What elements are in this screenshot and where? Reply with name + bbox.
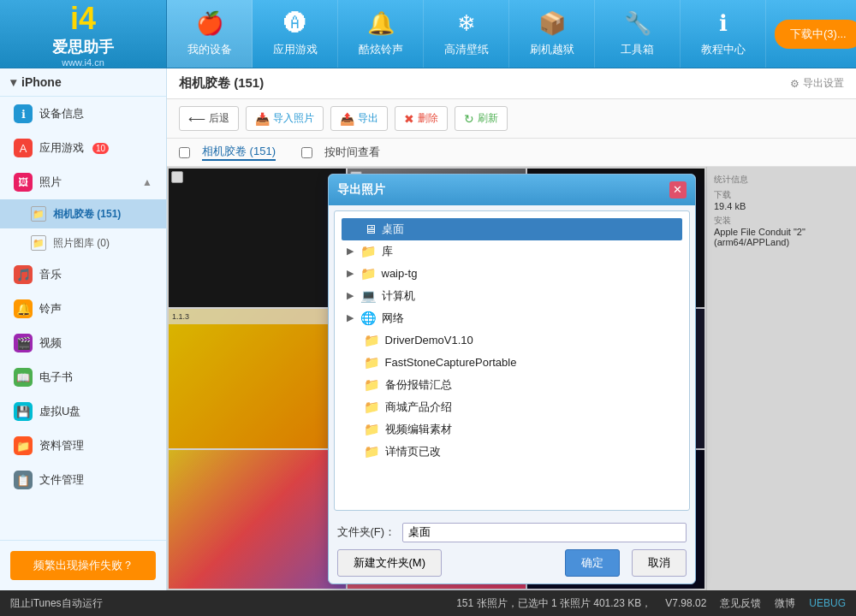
download-button[interactable]: 下载中(3)... [775, 20, 856, 49]
toolbar: ⟵ 后退 📥 导入照片 📤 导出 ✖ 删除 ↻ 刷新 ⚙ 导出设置 [167, 99, 856, 139]
folder-item-waip-tg[interactable]: ▶📁waip-tg [342, 263, 682, 285]
sidebar-label-device-info: 设备信息 [39, 106, 84, 121]
tabs-bar: 相机胶卷 (151) 按时间查看 [167, 139, 856, 167]
ebooks-icon: 📖 [14, 368, 33, 387]
ku-folder-label: 库 [382, 244, 393, 259]
tools-nav-label: 工具箱 [621, 42, 654, 57]
shangcheng-folder-icon: 📁 [364, 400, 380, 415]
folder-item-network[interactable]: ▶🌐网络 [342, 307, 682, 329]
apps-nav-icon: 🅐 [284, 10, 306, 37]
sidebar-label-camera-roll: 相机胶卷 (151) [53, 207, 121, 222]
statusbar-weibo[interactable]: 微博 [775, 596, 795, 611]
folder-item-FastStone[interactable]: 📁FastStoneCapturePortable [342, 352, 682, 374]
dialog-body: 🖥桌面▶📁库▶📁waip-tg▶💻计算机▶🌐网络📁DriverDemoV1.10… [334, 210, 690, 511]
back-button[interactable]: ⟵ 后退 [179, 106, 239, 131]
apps-badge: 10 [92, 143, 109, 154]
main-layout: ▾ iPhone ℹ 设备信息 A 应用游戏 10 🖼 照片 ▲ 📁 相机胶卷 … [0, 68, 856, 590]
folder-item-video-material[interactable]: 📁视频编辑素材 [342, 418, 682, 441]
statusbar-info: 151 张照片，已选中 1 张照片 401.23 KB， [456, 596, 651, 611]
statusbar-left: 阻止iTunes自动运行 [10, 596, 443, 611]
import-icon: 📥 [255, 112, 270, 126]
device-info-icon: ℹ [14, 104, 33, 123]
sidebar-label-photos: 照片 [39, 175, 62, 190]
folder-item-desktop[interactable]: 🖥桌面 [342, 218, 682, 240]
nav-item-jailbreak[interactable]: 📦刷机越狱 [509, 0, 595, 68]
jailbreak-nav-label: 刷机越狱 [530, 42, 574, 57]
sidebar-item-device-info[interactable]: ℹ 设备信息 [0, 97, 166, 131]
refresh-icon: ↻ [464, 112, 474, 126]
nav-item-wallpaper[interactable]: ❄高清壁纸 [424, 0, 509, 68]
path-input[interactable] [402, 523, 686, 542]
sidebar-item-video[interactable]: 🎬 视频 [0, 326, 166, 360]
device-arrow-icon: ▾ [10, 75, 16, 89]
logo: i4 爱思助手 www.i4.cn [0, 0, 167, 68]
sidebar-item-udisk[interactable]: 💾 虚拟U盘 [0, 394, 166, 429]
export-button[interactable]: 📤 导出 [330, 106, 388, 131]
logo-url: www.i4.cn [52, 57, 114, 68]
dialog-titlebar: 导出照片 ✕ [329, 175, 695, 205]
sidebar-item-ringtones[interactable]: 🔔 铃声 [0, 292, 166, 326]
sidebar-item-ebooks[interactable]: 📖 电子书 [0, 360, 166, 394]
refresh-button[interactable]: ↻ 刷新 [455, 106, 508, 131]
shangcheng-folder-label: 商城产品介绍 [385, 400, 452, 415]
tab-timeline[interactable]: 按时间查看 [324, 145, 380, 160]
beifen-folder-icon: 📁 [364, 377, 380, 393]
delete-button[interactable]: ✖ 删除 [395, 106, 448, 131]
dialog-close-button[interactable]: ✕ [669, 181, 687, 198]
statusbar-feedback[interactable]: 意见反馈 [720, 596, 761, 611]
ku-folder-icon: 📁 [360, 244, 377, 259]
folder-item-xiangqing[interactable]: 📁详情页已改 [342, 441, 682, 463]
timeline-checkbox[interactable] [301, 147, 312, 158]
folder-item-ku[interactable]: ▶📁库 [342, 240, 682, 263]
new-folder-button[interactable]: 新建文件夹(M) [337, 549, 443, 577]
sidebar-item-photo-library[interactable]: 📁 照片图库 (0) [0, 228, 166, 258]
content-title: 相机胶卷 (151) [179, 75, 264, 90]
confirm-button[interactable]: 确定 [565, 549, 620, 577]
photos-icon: 🖼 [14, 173, 33, 192]
help-button[interactable]: 频繁出现操作失败？ [10, 551, 156, 580]
statusbar-website[interactable]: UEBUG [809, 597, 846, 609]
folder-item-computer[interactable]: ▶💻计算机 [342, 285, 682, 307]
nav-item-ringtones[interactable]: 🔔酷炫铃声 [338, 0, 424, 68]
tutorials-nav-label: 教程中心 [701, 42, 746, 57]
folder-arrow-icon: ▶ [347, 290, 354, 301]
network-folder-label: 网络 [382, 311, 404, 326]
path-label: 文件夹(F)： [337, 524, 396, 540]
sidebar-item-music[interactable]: 🎵 音乐 [0, 258, 166, 292]
back-icon: ⟵ [188, 112, 205, 126]
sidebar-label-ebooks: 电子书 [39, 370, 73, 385]
tutorials-nav-icon: ℹ [719, 10, 728, 37]
back-label: 后退 [209, 111, 229, 126]
tab-camera-roll[interactable]: 相机胶卷 (151) [202, 144, 276, 161]
camera-roll-checkbox[interactable] [179, 147, 190, 158]
FastStone-folder-icon: 📁 [364, 355, 380, 370]
logo-name: 爱思助手 [52, 37, 114, 57]
sidebar-label-filemanager: 文件管理 [39, 472, 84, 488]
nav-item-tutorials[interactable]: ℹ教程中心 [681, 0, 766, 68]
apps-icon: A [14, 139, 33, 157]
nav-item-device[interactable]: 🍎我的设备 [167, 0, 253, 68]
desktop-folder-label: 桌面 [382, 222, 404, 237]
device-nav-label: 我的设备 [187, 42, 232, 57]
export-settings-label: 导出设置 [803, 76, 844, 91]
cancel-button[interactable]: 取消 [632, 549, 687, 577]
statusbar-version: V7.98.02 [665, 597, 706, 609]
sidebar-item-filemanager[interactable]: 📋 文件管理 [0, 463, 166, 497]
import-button[interactable]: 📥 导入照片 [246, 106, 324, 131]
folder-item-DriverDemoV1[interactable]: 📁DriverDemoV1.10 [342, 329, 682, 352]
sidebar-item-apps[interactable]: A 应用游戏 10 [0, 131, 166, 165]
sidebar-label-photo-library: 照片图库 (0) [53, 236, 110, 251]
sidebar-item-photos[interactable]: 🖼 照片 ▲ [0, 165, 166, 199]
sidebar-label-music: 音乐 [39, 267, 62, 282]
export-label: 导出 [358, 111, 378, 126]
content-header: 相机胶卷 (151) [167, 68, 856, 99]
sidebar-item-camera-roll[interactable]: 📁 相机胶卷 (151) [0, 199, 166, 228]
waip-tg-folder-icon: 📁 [360, 266, 377, 281]
device-label: iPhone [21, 75, 62, 89]
nav-item-apps[interactable]: 🅐应用游戏 [253, 0, 338, 68]
nav-item-tools[interactable]: 🔧工具箱 [595, 0, 681, 68]
export-settings-button[interactable]: ⚙ 导出设置 [790, 76, 844, 91]
folder-item-beifen[interactable]: 📁备份报错汇总 [342, 374, 682, 396]
folder-item-shangcheng[interactable]: 📁商城产品介绍 [342, 396, 682, 418]
sidebar-item-files[interactable]: 📁 资料管理 [0, 429, 166, 463]
